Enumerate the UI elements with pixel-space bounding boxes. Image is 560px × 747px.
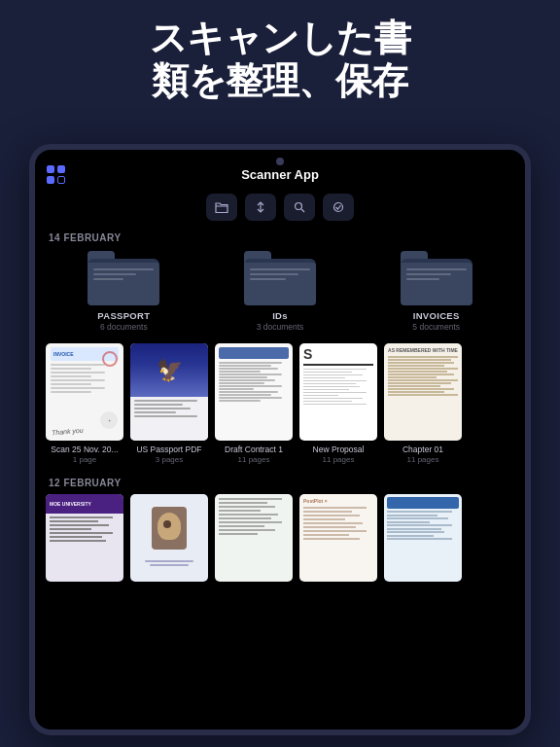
folder-icon-passport — [88, 251, 159, 305]
folder-passport[interactable]: PASSPORT 6 documents — [49, 251, 199, 332]
doc-thumb-chapter: AS REMEMBERED WITH TIME — [384, 343, 462, 441]
doc-draft-contract[interactable]: Draft Contract 1 11 pages — [214, 343, 294, 464]
folder-icon-invoices — [401, 251, 472, 305]
folder-name-invoices: INVOICES — [413, 310, 460, 321]
folder-count-ids: 3 documents — [257, 322, 304, 332]
folder-row: PASSPORT 6 documents IDs — [35, 247, 525, 341]
doc-moe-university[interactable]: MOE UNIVERSITY — [45, 494, 124, 582]
check-button[interactable] — [323, 194, 354, 221]
doc-pages-proposal: 11 pages — [323, 455, 355, 464]
folder-count-invoices: 5 documents — [412, 322, 460, 332]
folder-button[interactable] — [206, 194, 237, 221]
folder-name-passport: PASSPORT — [97, 310, 150, 321]
doc-name-draft: Draft Contract 1 — [225, 445, 283, 454]
svg-line-3 — [301, 209, 304, 212]
invoice-logo: ✦ — [100, 411, 118, 429]
doc-pages-draft: 11 pages — [238, 455, 270, 464]
logo-dot-1 — [47, 165, 54, 173]
doc-id-card[interactable] — [129, 494, 209, 582]
logo-dot-4 — [57, 176, 65, 184]
doc-chapter01[interactable]: AS REMEMBERED WITH TIME — [383, 343, 463, 464]
doc-name-invoice: Scan 25 Nov. 20... — [51, 445, 118, 454]
chapter-title: AS REMEMBERED WITH TIME — [388, 347, 458, 353]
logo-dot-2 — [57, 165, 65, 173]
doc-pages-chapter: 11 pages — [407, 455, 439, 464]
doc-name-passport: US Passport PDF — [136, 445, 201, 454]
ipad-screen: Scanner App — [35, 150, 525, 729]
doc-new-proposal[interactable]: S — [298, 343, 378, 464]
doc-thumb-invoice: INVOICE ✦ — [46, 343, 123, 441]
eagle-icon: 🦅 — [157, 360, 183, 381]
sort-button[interactable] — [245, 194, 276, 221]
svg-point-4 — [334, 203, 343, 212]
moe-logo-text: MOE UNIVERSITY — [50, 501, 91, 507]
ipad-device: Scanner App — [29, 144, 531, 735]
logo-dot-3 — [47, 176, 54, 184]
doc-thumb-passport: 🦅 — [130, 343, 208, 441]
app-title: Scanner App — [241, 167, 319, 182]
folder-ids[interactable]: IDs 3 documents — [205, 251, 356, 332]
doc-invoice[interactable]: INVOICE ✦ — [45, 343, 124, 464]
invoice-stamp — [102, 351, 118, 367]
proposal-logo-letter: S — [303, 347, 373, 361]
folder-invoices[interactable]: INVOICES 5 documents — [361, 251, 511, 332]
doc-thumb-moe: MOE UNIVERSITY — [46, 494, 123, 582]
headline-line1: スキャンした書 — [0, 18, 560, 60]
doc-thumb-contract2 — [215, 494, 293, 582]
docs-row-feb14: INVOICE ✦ — [35, 341, 525, 472]
doc-thumb-report: PostPlot × — [299, 494, 377, 582]
doc-thumb-booking — [384, 494, 462, 582]
doc-booking[interactable] — [383, 494, 463, 582]
app-logo — [47, 165, 66, 185]
doc-pages-passport: 3 pages — [156, 455, 183, 464]
folder-name-ids: IDs — [272, 310, 288, 321]
section-label-feb14: 14 FEBRUARY — [35, 227, 525, 247]
folder-icon-ids — [244, 251, 316, 305]
doc-contract2[interactable] — [214, 494, 294, 582]
search-button[interactable] — [284, 194, 315, 221]
invoice-sig: Thank you — [52, 427, 84, 437]
doc-thumb-proposal: S — [299, 343, 377, 441]
app-header: Scanner App — [35, 150, 525, 188]
doc-name-chapter: Chapter 01 — [402, 445, 443, 454]
section-label-feb12: 12 FEBRUARY — [35, 472, 525, 492]
camera-dot — [276, 158, 284, 165]
svg-point-2 — [296, 203, 302, 210]
doc-thumb-draft — [215, 343, 293, 441]
doc-report[interactable]: PostPlot × — [298, 494, 378, 582]
folder-count-passport: 6 documents — [100, 322, 148, 332]
doc-thumb-id — [130, 494, 208, 582]
doc-pages-invoice: 1 page — [73, 455, 96, 464]
app-headline: スキャンした書 類を整理、保存 — [0, 18, 560, 102]
doc-name-proposal: New Proposal — [313, 445, 365, 454]
doc-passport-pdf[interactable]: 🦅 US Passport PDF — [129, 343, 209, 464]
docs-row-feb12: MOE UNIVERSITY — [35, 492, 525, 584]
toolbar — [35, 188, 525, 227]
headline-line2: 類を整理、保存 — [0, 60, 560, 103]
